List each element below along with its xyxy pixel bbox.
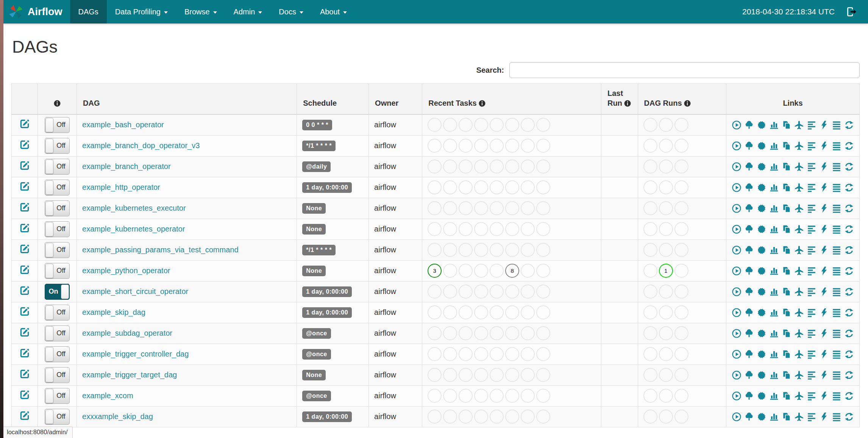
link-bar-chart[interactable] [769, 328, 779, 338]
link-tree[interactable] [744, 120, 754, 130]
header-links[interactable]: Links [726, 84, 860, 115]
task-state-circle[interactable] [536, 368, 550, 382]
link-duplicate[interactable] [782, 412, 792, 422]
link-bar-chart[interactable] [769, 141, 779, 151]
task-state-circle[interactable] [643, 264, 657, 278]
task-state-circle[interactable] [490, 410, 504, 424]
link-refresh[interactable] [844, 308, 854, 318]
link-flash[interactable] [819, 120, 829, 130]
task-state-circle[interactable] [659, 201, 673, 215]
edit-dag-button[interactable] [19, 389, 30, 400]
task-state-circle[interactable] [521, 264, 535, 278]
link-play-circle[interactable] [732, 349, 742, 359]
link-align-left[interactable] [807, 203, 816, 213]
task-state-circle[interactable] [443, 305, 457, 319]
link-plane[interactable] [794, 391, 804, 401]
link-refresh[interactable] [844, 287, 854, 297]
task-state-circle[interactable] [443, 243, 457, 257]
task-state-circle[interactable] [428, 410, 442, 424]
task-state-circle[interactable] [643, 326, 657, 340]
task-state-circle[interactable] [459, 222, 473, 236]
task-state-circle[interactable] [474, 389, 488, 403]
task-state-circle[interactable] [674, 368, 688, 382]
task-state-circle[interactable] [490, 180, 504, 194]
link-play-circle[interactable] [732, 120, 742, 130]
link-sunburst[interactable] [757, 120, 767, 130]
link-refresh[interactable] [844, 412, 854, 422]
header-owner[interactable]: Owner [369, 84, 422, 115]
link-tree[interactable] [744, 328, 754, 338]
task-state-circle[interactable] [659, 305, 673, 319]
link-bar-chart[interactable] [769, 162, 779, 172]
link-duplicate[interactable] [782, 328, 792, 338]
edit-dag-button[interactable] [19, 160, 30, 171]
dag-link[interactable]: example_skip_dag [82, 308, 145, 316]
task-state-circle[interactable] [536, 264, 550, 278]
link-plane[interactable] [794, 203, 804, 213]
task-state-circle[interactable] [659, 139, 673, 153]
task-state-circle[interactable] [674, 389, 688, 403]
task-state-circle[interactable] [443, 326, 457, 340]
dag-link[interactable]: example_kubernetes_operator [82, 225, 185, 233]
link-align-justify[interactable] [832, 412, 841, 422]
link-tree[interactable] [744, 224, 754, 234]
link-duplicate[interactable] [782, 287, 792, 297]
link-flash[interactable] [819, 412, 829, 422]
task-state-circle[interactable] [428, 222, 442, 236]
link-align-left[interactable] [807, 162, 816, 172]
edit-dag-button[interactable] [19, 347, 30, 359]
link-tree[interactable] [744, 308, 754, 318]
edit-dag-button[interactable] [19, 139, 30, 150]
link-play-circle[interactable] [732, 266, 742, 276]
task-state-circle[interactable] [459, 180, 473, 194]
link-bar-chart[interactable] [769, 245, 779, 255]
task-state-circle[interactable] [505, 180, 519, 194]
task-state-circle[interactable] [443, 201, 457, 215]
task-state-circle[interactable] [428, 160, 442, 174]
task-state-circle[interactable] [474, 305, 488, 319]
link-align-left[interactable] [807, 349, 816, 359]
task-state-circle[interactable] [459, 368, 473, 382]
link-flash[interactable] [819, 391, 829, 401]
task-state-circle[interactable] [505, 160, 519, 174]
task-state-circle[interactable] [536, 389, 550, 403]
task-state-circle[interactable] [443, 410, 457, 424]
task-state-circle[interactable] [443, 222, 457, 236]
task-state-circle[interactable] [490, 118, 504, 132]
link-play-circle[interactable] [732, 308, 742, 318]
link-align-left[interactable] [807, 412, 816, 422]
task-state-circle[interactable] [474, 160, 488, 174]
task-state-circle[interactable] [490, 285, 504, 299]
link-tree[interactable] [744, 183, 754, 192]
edit-dag-button[interactable] [19, 327, 30, 338]
task-state-circle[interactable] [643, 139, 657, 153]
link-flash[interactable] [819, 162, 829, 172]
task-state-circle[interactable] [536, 410, 550, 424]
task-state-circle[interactable] [536, 160, 550, 174]
task-state-circle[interactable] [490, 222, 504, 236]
link-plane[interactable] [794, 162, 804, 172]
task-state-circle[interactable] [459, 285, 473, 299]
link-plane[interactable] [794, 349, 804, 359]
task-state-circle[interactable] [659, 243, 673, 257]
link-duplicate[interactable] [782, 308, 792, 318]
dag-toggle[interactable]: Off [45, 242, 70, 258]
dag-toggle[interactable]: Off [45, 221, 70, 237]
dag-toggle[interactable]: Off [45, 367, 70, 383]
edit-dag-button[interactable] [19, 202, 30, 213]
header-schedule[interactable]: Schedule [297, 84, 369, 115]
task-state-circle[interactable] [536, 180, 550, 194]
link-play-circle[interactable] [732, 328, 742, 338]
link-play-circle[interactable] [732, 203, 742, 213]
search-input[interactable] [509, 62, 860, 78]
dag-toggle[interactable]: On [45, 284, 70, 300]
task-state-circle[interactable] [505, 222, 519, 236]
link-flash[interactable] [819, 287, 829, 297]
task-state-circle[interactable] [490, 326, 504, 340]
dag-toggle[interactable]: Off [45, 409, 70, 425]
task-state-circle[interactable] [474, 118, 488, 132]
dag-toggle[interactable]: Off [45, 305, 70, 321]
link-plane[interactable] [794, 328, 804, 338]
task-state-circle[interactable] [521, 201, 535, 215]
task-state-circle[interactable] [505, 410, 519, 424]
